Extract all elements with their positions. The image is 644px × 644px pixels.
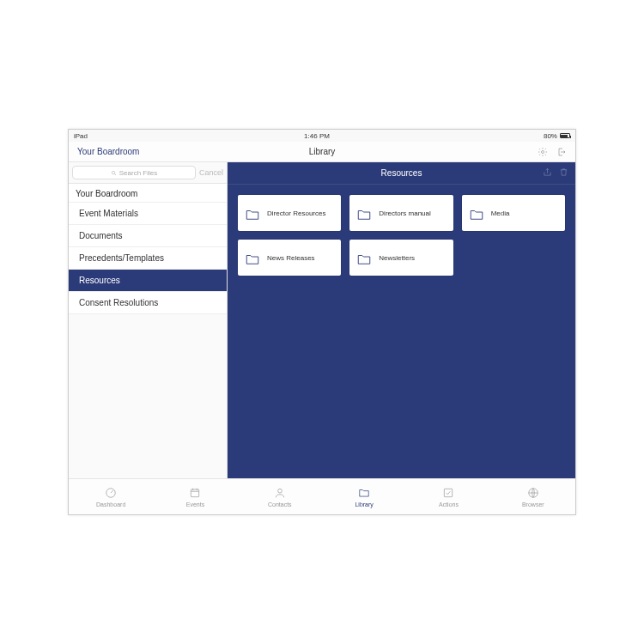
share-icon[interactable]: [543, 167, 552, 179]
main-panel: Resources Director ResourcesDirectors ma…: [228, 162, 575, 478]
folder-icon: [356, 207, 372, 219]
main-title: Resources: [381, 168, 422, 178]
sidebar-item-label: Event Materials: [79, 209, 138, 218]
tab-contacts[interactable]: Contacts: [238, 479, 322, 514]
folder-card[interactable]: Directors manual: [349, 195, 453, 231]
folder-label: Director Resources: [267, 210, 325, 217]
clock-label: 1:46 PM: [304, 132, 330, 140]
sidebar: Search Files Cancel Your Boardroom Event…: [69, 162, 228, 478]
app-window: iPad 1:46 PM 80% Your Boardroom Library: [68, 129, 576, 515]
tab-browser[interactable]: Browser: [491, 479, 575, 514]
svg-rect-6: [445, 489, 453, 496]
checkbox-icon: [442, 487, 454, 500]
tab-dashboard[interactable]: Dashboard: [69, 479, 153, 514]
folder-icon: [245, 207, 260, 219]
nav-bar: Your Boardroom Library: [69, 142, 575, 162]
sidebar-item-precedents-templates[interactable]: Precedents/Templates: [69, 247, 227, 270]
sidebar-item-event-materials[interactable]: Event Materials: [69, 203, 227, 225]
folder-card[interactable]: Director Resources: [238, 195, 341, 231]
sidebar-item-label: Documents: [79, 231, 123, 240]
battery-icon: [560, 133, 570, 138]
nav-title: Library: [309, 147, 336, 156]
globe-icon: [527, 487, 539, 500]
trash-icon[interactable]: [559, 167, 568, 179]
svg-rect-4: [191, 489, 199, 496]
folder-card[interactable]: News Releases: [238, 240, 341, 276]
folder-card[interactable]: Newsletters: [349, 240, 453, 276]
battery-label: 80%: [544, 132, 557, 140]
tab-label: Events: [186, 501, 204, 507]
search-row: Search Files Cancel: [69, 162, 227, 184]
sidebar-item-resources[interactable]: Resources: [69, 270, 227, 292]
main-header: Resources: [228, 162, 575, 185]
tab-label: Library: [355, 501, 373, 507]
carrier-label: iPad: [74, 132, 88, 140]
calendar-icon: [189, 487, 201, 500]
folder-label: Media: [491, 210, 510, 217]
tab-label: Contacts: [268, 501, 292, 507]
folder-label: Directors manual: [379, 210, 430, 217]
tab-library[interactable]: Library: [322, 479, 406, 514]
tab-label: Actions: [439, 501, 459, 507]
search-placeholder: Search Files: [119, 169, 157, 177]
settings-icon[interactable]: [538, 147, 548, 157]
tab-bar: DashboardEventsContactsLibraryActionsBro…: [69, 478, 575, 514]
folder-icon: [356, 252, 372, 264]
svg-line-2: [114, 173, 116, 175]
folder-icon: [469, 207, 484, 219]
folder-label: News Releases: [267, 254, 315, 262]
svg-point-5: [277, 489, 282, 493]
folder-icon: [358, 487, 370, 500]
folder-label: Newsletters: [379, 254, 415, 262]
svg-point-0: [542, 150, 544, 153]
nav-left-title[interactable]: Your Boardroom: [77, 147, 139, 156]
svg-point-1: [112, 171, 115, 174]
sidebar-item-label: Resources: [79, 276, 120, 285]
logout-icon[interactable]: [556, 147, 567, 157]
tab-actions[interactable]: Actions: [406, 479, 490, 514]
sidebar-header: Your Boardroom: [69, 184, 227, 203]
tab-label: Browser: [522, 501, 544, 507]
person-icon: [274, 487, 286, 500]
sidebar-item-documents[interactable]: Documents: [69, 225, 227, 247]
folder-icon: [245, 252, 260, 264]
search-input[interactable]: Search Files: [72, 166, 196, 179]
status-bar: iPad 1:46 PM 80%: [69, 130, 575, 142]
gauge-icon: [105, 487, 117, 500]
sidebar-item-label: Consent Resolutions: [79, 298, 158, 307]
sidebar-item-label: Precedents/Templates: [79, 253, 164, 263]
tab-events[interactable]: Events: [153, 479, 237, 514]
sidebar-item-consent-resolutions[interactable]: Consent Resolutions: [69, 292, 227, 314]
folder-card[interactable]: Media: [462, 195, 565, 231]
tab-label: Dashboard: [96, 501, 125, 507]
search-cancel[interactable]: Cancel: [199, 168, 223, 177]
